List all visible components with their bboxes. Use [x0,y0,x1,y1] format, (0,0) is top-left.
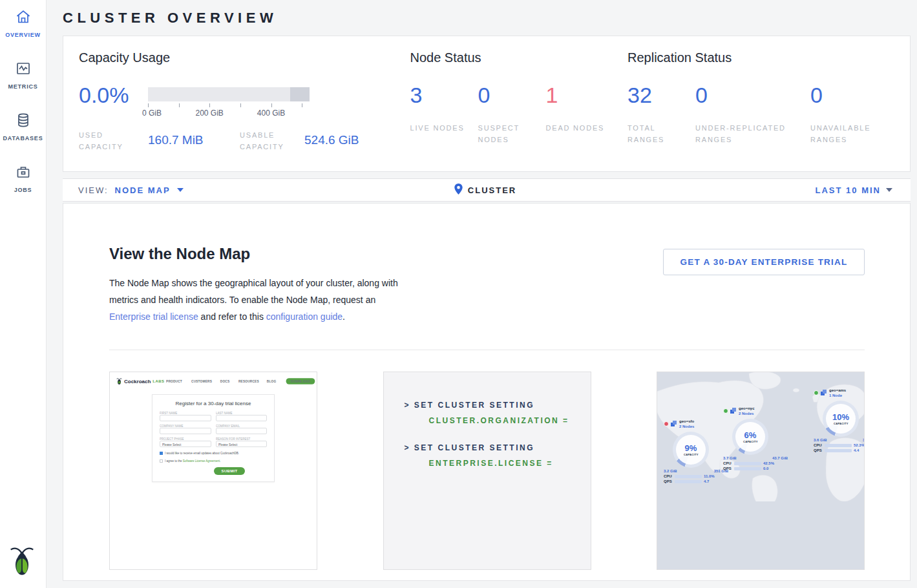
select-field: Please Select [216,441,268,447]
unavailable-ranges-stat: 0 UNAVAILABLE RANGES [810,83,894,145]
suspect-nodes-value: 0 [478,83,546,107]
locality-nyc: geo=nyc 2 Nodes 6% CAPACITY 3.7 GiB43.7 … [723,406,788,470]
node-status-title: Node Status [410,50,628,65]
node-map-thumbnail: geo=sfo 2 Nodes 9% CAPACITY 3.2 GiB351 G… [657,372,864,569]
download-button: DOWNLOAD [286,378,314,384]
brand-text-labs: LABS [153,379,164,383]
brand-text: Cockroach [124,379,151,384]
nav-item: CUSTOMERS [191,380,212,383]
axis-label: 0 GiB [142,109,162,118]
nav-item: BLOG [267,380,277,383]
configuration-guide-link[interactable]: configuration guide [266,311,343,322]
capacity-axis-labels: 0 GiB 200 GiB 400 GiB [148,109,310,119]
nav-item: PRODUCT [166,380,182,383]
locality-ams: geo=ams 1 Node 10% CAPACITY 3.6 GiB36.4 … [814,388,864,452]
capacity-gauge: 9% CAPACITY [673,432,709,468]
live-nodes-stat: 3 LIVE NODES [410,83,478,145]
view-bar: VIEW: NODE MAP CLUSTER LAST 10 MIN [63,178,911,202]
registration-form: Register for a 30-day trial license FIRS… [152,394,275,482]
axis-label: 400 GiB [257,109,285,118]
step2-caption: Step 2: Activate the trial license with … [384,569,591,588]
under-replicated-value: 0 [695,83,810,107]
chevron-down-icon[interactable] [177,188,184,192]
sql-setting: ENTERPRISE.LICENSE = [429,459,591,468]
briefcase-icon [15,163,32,183]
text-field [216,428,268,434]
sql-commands-thumbnail: > SET CLUSTER SETTING CLUSTER.ORGANIZATI… [384,372,591,569]
text-field [216,415,268,421]
sidebar-item-jobs[interactable]: JOBS [0,155,46,207]
live-status-dot [723,408,728,414]
view-label: VIEW: [78,185,109,195]
node-map-panel: View the Node Map The Node Map shows the… [63,203,911,581]
checkbox-checked [160,452,163,455]
section-divider [109,350,865,350]
used-capacity-value: 160.7 MiB [148,129,240,147]
sidebar-item-label: OVERVIEW [5,32,41,38]
breadcrumb-cluster[interactable]: CLUSTER [468,185,516,195]
capacity-gauge: 6% CAPACITY [732,419,768,455]
capacity-axis-ticks [148,103,310,109]
suspect-nodes-stat: 0 SUSPECT NODES [478,83,546,145]
cluster-summary-panel: Capacity Usage 0.0% 0 GiB 200 Gi [63,36,911,172]
view-selector[interactable]: NODE MAP [115,185,171,195]
live-nodes-label: LIVE NODES [410,122,478,134]
chart-icon [15,60,32,79]
submit-button: SUBMIT [214,467,245,475]
main-content: CLUSTER OVERVIEW Capacity Usage 0.0% [47,0,917,581]
sidebar-item-label: JOBS [14,187,32,193]
usable-capacity-value: 524.6 GiB [304,129,359,147]
node-status-section: Node Status 3 LIVE NODES 0 SUSPECT NODES… [410,50,628,171]
sidebar-item-databases[interactable]: DATABASES [0,103,46,155]
step2-card: > SET CLUSTER SETTING CLUSTER.ORGANIZATI… [383,372,591,570]
total-ranges-label: TOTAL RANGES [627,122,695,145]
cockroach-bug-icon [9,544,35,579]
step1-card: Cockroach LABS PRODUCT CUSTOMERS DOCS RE… [109,372,317,570]
replication-status-section: Replication Status 32 TOTAL RANGES 0 UND… [627,50,894,171]
sidebar-item-metrics[interactable]: METRICS [0,52,46,103]
capacity-bar-usable-segment [148,87,290,101]
form-title: Register for a 30-day trial license [160,401,267,406]
replication-status-title: Replication Status [627,50,894,65]
text-field [160,428,211,434]
node-map-description: The Node Map shows the geographical layo… [109,275,406,325]
database-icon [15,112,32,131]
nav-item: DOCS [220,380,230,383]
select-field: Please Select [160,441,211,447]
site-nav: PRODUCT CUSTOMERS DOCS RESOURCES BLOG DO… [164,377,317,385]
locality-sfo: geo=sfo 2 Nodes 9% CAPACITY 3.2 GiB351 G… [664,419,728,483]
total-ranges-value: 32 [627,83,695,107]
sidebar-item-overview[interactable]: OVERVIEW [0,0,46,52]
dead-nodes-value: 1 [546,83,614,107]
capacity-gauge: 10% CAPACITY [823,401,859,437]
step3-card: geo=sfo 2 Nodes 9% CAPACITY 3.2 GiB351 G… [657,372,865,570]
used-capacity-label: USED CAPACITY [79,129,148,152]
nav-item: RESOURCES [238,380,259,383]
sidebar: OVERVIEW METRICS DATABASES JOBS [0,0,47,588]
capacity-bar-other-segment [290,87,310,101]
enterprise-trial-license-link[interactable]: Enterprise trial license [109,311,198,322]
step3-caption: Step 3: Refer this configuration guide t… [657,569,864,588]
live-nodes-value: 3 [410,83,478,107]
under-replicated-label: UNDER-REPLICATED RANGES [695,122,810,145]
unavailable-ranges-label: UNAVAILABLE RANGES [810,122,894,145]
sql-command: > SET CLUSTER SETTING [405,443,591,452]
registration-page-thumbnail: Cockroach LABS PRODUCT CUSTOMERS DOCS RE… [110,372,317,569]
capacity-percent: 0.0% [79,83,148,107]
map-pin-icon [454,184,463,197]
chevron-down-icon[interactable] [886,188,892,192]
suspect-nodes-label: SUSPECT NODES [478,122,546,145]
dead-nodes-stat: 1 DEAD NODES [546,83,614,145]
capacity-bar-chart: 0 GiB 200 GiB 400 GiB [148,83,310,119]
usable-capacity-label: USABLE CAPACITY [240,129,304,152]
sql-setting: CLUSTER.ORGANIZATION = [429,416,591,425]
sidebar-item-label: METRICS [8,83,37,90]
time-range-selector[interactable]: LAST 10 MIN [816,185,881,195]
under-replicated-stat: 0 UNDER-REPLICATED RANGES [695,83,810,145]
dead-nodes-label: DEAD NODES [546,122,614,134]
get-enterprise-trial-button[interactable]: GET A 30-DAY ENTERPRISE TRIAL [663,249,865,275]
page-title: CLUSTER OVERVIEW [63,0,911,36]
cockroach-labs-logo: Cockroach LABS [116,377,164,385]
checkbox-unchecked [160,459,163,463]
home-icon [15,8,32,28]
